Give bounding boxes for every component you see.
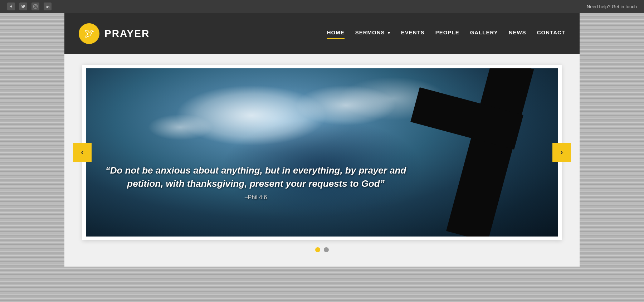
- top-bar: Need help? Get in touch: [0, 0, 644, 13]
- svg-point-1: [35, 6, 36, 7]
- slide-text-block: “Do not be anxious about anything, but i…: [104, 164, 408, 201]
- nav-item-home[interactable]: HOME: [327, 29, 345, 38]
- nav-item-events[interactable]: EVENTS: [401, 29, 425, 38]
- slide-reference: –Phil 4:6: [104, 194, 408, 201]
- svg-rect-0: [34, 5, 37, 8]
- slider-dots: [82, 247, 562, 252]
- nav-item-people[interactable]: PEOPLE: [435, 29, 459, 38]
- slider-wrapper: ‹ “Do not be anxious about anything, but…: [82, 65, 562, 240]
- logo[interactable]: 🕊 PRAYER: [79, 23, 150, 44]
- slider-prev-button[interactable]: ‹: [73, 143, 92, 162]
- help-text: Need help? Get in touch: [587, 4, 637, 9]
- sermons-dropdown-arrow: ▾: [388, 31, 390, 35]
- instagram-icon[interactable]: [31, 3, 39, 10]
- twitter-icon[interactable]: [19, 3, 27, 10]
- nav-item-sermons[interactable]: SERMONS ▾: [355, 29, 390, 38]
- slide-background: “Do not be anxious about anything, but i…: [86, 68, 558, 237]
- main-nav: HOME SERMONS ▾ EVENTS PEOPLE GALLERY NEW…: [327, 29, 565, 38]
- logo-circle: 🕊: [79, 23, 99, 44]
- slide-quote: “Do not be anxious about anything, but i…: [104, 164, 408, 190]
- slider-dot-2[interactable]: [324, 247, 329, 252]
- site-header: 🕊 PRAYER HOME SERMONS ▾ EVENTS PEOPLE GA…: [64, 13, 580, 54]
- facebook-icon[interactable]: [7, 3, 15, 10]
- slider-inner: “Do not be anxious about anything, but i…: [86, 68, 558, 237]
- nav-item-contact[interactable]: CONTACT: [537, 29, 565, 38]
- social-icons-group: [0, 3, 52, 10]
- logo-text: PRAYER: [104, 28, 150, 39]
- svg-point-2: [36, 5, 36, 6]
- svg-rect-3: [46, 6, 47, 8]
- page-wrapper: 🕊 PRAYER HOME SERMONS ▾ EVENTS PEOPLE GA…: [64, 13, 580, 267]
- cross-silhouette: [404, 68, 530, 237]
- slider-next-button[interactable]: ›: [552, 143, 571, 162]
- linkedin-icon[interactable]: [44, 3, 52, 10]
- cross-vertical-bar: [446, 68, 534, 237]
- dove-icon: 🕊: [84, 28, 94, 39]
- nav-item-news[interactable]: NEWS: [509, 29, 526, 38]
- main-content: ‹ “Do not be anxious about anything, but…: [64, 54, 580, 267]
- svg-point-4: [46, 5, 47, 5]
- nav-item-gallery[interactable]: GALLERY: [470, 29, 498, 38]
- nav-menu: HOME SERMONS ▾ EVENTS PEOPLE GALLERY NEW…: [327, 29, 565, 38]
- slider-dot-1[interactable]: [315, 247, 320, 252]
